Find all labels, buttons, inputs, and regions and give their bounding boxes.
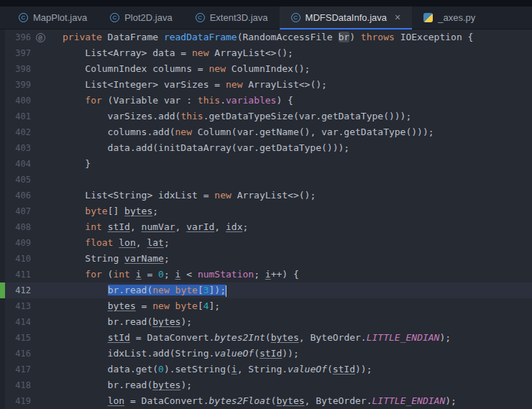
line-number[interactable]: 408 (5, 219, 31, 235)
gutter[interactable]: 396@ (5, 29, 54, 45)
code-line[interactable]: 396@private DataFrame readDataFrame(Rand… (0, 29, 532, 45)
gutter[interactable]: 410 (5, 251, 54, 267)
line-number[interactable]: 400 (5, 93, 31, 109)
line-number[interactable]: 398 (5, 61, 31, 77)
gutter[interactable]: 416 (5, 346, 54, 362)
gutter[interactable]: 413 (5, 298, 54, 314)
gutter[interactable]: 412 (5, 282, 54, 298)
code-line[interactable]: 410 String varName; (0, 251, 532, 267)
line-number[interactable]: 411 (5, 267, 31, 282)
gutter[interactable]: 408 (5, 219, 54, 235)
code-line-text[interactable]: } (54, 156, 91, 172)
code-line-text[interactable]: bytes = new byte[4]; (54, 298, 220, 314)
gutter[interactable]: 414 (5, 314, 54, 330)
gutter[interactable]: 417 (5, 362, 54, 377)
code-line[interactable]: 406 List<String> idxList = new ArrayList… (0, 188, 532, 203)
code-line-text[interactable]: ColumnIndex columns = new ColumnIndex(); (54, 61, 310, 77)
code-line[interactable]: 407 byte[] bytes; (0, 203, 532, 219)
gutter[interactable]: 400 (5, 93, 54, 109)
line-number[interactable]: 412 (5, 282, 31, 298)
line-number[interactable]: 407 (5, 203, 31, 219)
line-number[interactable]: 415 (5, 330, 31, 346)
code-line-text[interactable]: lon = DataConvert.bytes2Float(bytes, Byt… (54, 393, 457, 409)
line-number[interactable]: 403 (5, 140, 31, 156)
gutter[interactable]: 401 (5, 109, 54, 124)
code-line-text[interactable]: br.read(bytes); (54, 377, 192, 393)
gutter[interactable]: 418 (5, 377, 54, 393)
tab--axes-py[interactable]: _axes.py (412, 6, 487, 29)
line-number[interactable]: 406 (5, 188, 31, 203)
code-line[interactable]: 397 List<Array> data = new ArrayList<>()… (0, 45, 532, 61)
gutter[interactable]: 406 (5, 188, 54, 203)
line-number[interactable]: 401 (5, 109, 31, 124)
gutter[interactable]: 404 (5, 156, 54, 172)
code-line[interactable]: 414 br.read(bytes); (0, 314, 532, 330)
gutter[interactable]: 405 (5, 172, 54, 188)
gutter[interactable]: 407 (5, 203, 54, 219)
code-line[interactable]: 409 float lon, lat; (0, 235, 532, 251)
code-line[interactable]: 411 for (int i = 0; i < numStation; i++)… (0, 267, 532, 282)
code-line-text[interactable]: varSizes.add(this.getDataTypeSize(var.ge… (54, 109, 411, 124)
code-line[interactable]: 412 br.read(new byte[3]); (0, 282, 532, 298)
code-line-text[interactable]: data.add(initDataArray(var.getDataType()… (54, 140, 349, 156)
tab-mdfsdatainfo-java[interactable]: CMDFSDataInfo.java× (280, 6, 413, 29)
line-number[interactable]: 405 (5, 172, 31, 188)
code-line-text[interactable]: String varName; (54, 251, 170, 267)
gutter[interactable]: 419 (5, 393, 54, 409)
code-line-text[interactable]: for (int i = 0; i < numStation; i++) { (54, 267, 299, 282)
code-line-text[interactable]: private DataFrame readDataFrame(RandomAc… (54, 29, 473, 45)
code-line-text[interactable]: List<Integer> varSizes = new ArrayList<>… (54, 77, 327, 93)
gutter[interactable]: 397 (5, 45, 54, 61)
line-number[interactable]: 417 (5, 362, 31, 377)
gutter[interactable]: 411 (5, 267, 54, 282)
line-number[interactable]: 419 (5, 393, 31, 409)
gutter[interactable]: 399 (5, 77, 54, 93)
code-line[interactable]: 399 List<Integer> varSizes = new ArrayLi… (0, 77, 532, 93)
code-line-text[interactable]: for (Variable var : this.variables) { (54, 93, 293, 109)
line-number[interactable]: 418 (5, 377, 31, 393)
line-number[interactable]: 413 (5, 298, 31, 314)
code-line-text[interactable]: int stId, numVar, varId, idx; (54, 219, 248, 235)
code-line-text[interactable]: columns.add(new Column(var.getName(), va… (54, 124, 434, 140)
line-number[interactable]: 402 (5, 124, 31, 140)
code-line-text[interactable]: List<String> idxList = new ArrayList<>()… (54, 188, 316, 203)
code-line-text[interactable] (54, 172, 63, 188)
gutter[interactable]: 415 (5, 330, 54, 346)
code-line[interactable]: 419 lon = DataConvert.bytes2Float(bytes,… (0, 393, 532, 409)
code-line[interactable]: 400 for (Variable var : this.variables) … (0, 93, 532, 109)
code-line[interactable]: 401 varSizes.add(this.getDataTypeSize(va… (0, 109, 532, 124)
code-line-text[interactable]: br.read(bytes); (54, 314, 192, 330)
code-editor[interactable]: 396@private DataFrame readDataFrame(Rand… (0, 29, 532, 409)
code-line-text[interactable]: stId = DataConvert.bytes2Int(bytes, Byte… (54, 330, 451, 346)
code-line[interactable]: 405 (0, 172, 532, 188)
tab-extent3d-java[interactable]: CExtent3D.java (184, 6, 280, 29)
line-number[interactable]: 416 (5, 346, 31, 362)
code-line[interactable]: 417 data.get(0).setString(i, String.valu… (0, 362, 532, 377)
annotation-gutter-icon[interactable]: @ (36, 33, 45, 42)
line-number[interactable]: 399 (5, 77, 31, 93)
line-number[interactable]: 410 (5, 251, 31, 267)
gutter[interactable]: 402 (5, 124, 54, 140)
line-number[interactable]: 404 (5, 156, 31, 172)
tab-close-icon[interactable]: × (395, 13, 400, 22)
line-number[interactable]: 397 (5, 45, 31, 61)
code-line-text[interactable]: byte[] bytes; (54, 203, 158, 219)
line-number[interactable]: 409 (5, 235, 31, 251)
code-line-text[interactable]: List<Array> data = new ArrayList<>(); (54, 45, 293, 61)
code-line[interactable]: 418 br.read(bytes); (0, 377, 532, 393)
code-line[interactable]: 415 stId = DataConvert.bytes2Int(bytes, … (0, 330, 532, 346)
gutter[interactable]: 398 (5, 61, 54, 77)
code-line[interactable]: 416 idxList.add(String.valueOf(stId)); (0, 346, 532, 362)
tab-plot2d-java[interactable]: CPlot2D.java (98, 6, 183, 29)
code-line[interactable]: 398 ColumnIndex columns = new ColumnInde… (0, 61, 532, 77)
line-number[interactable]: 414 (5, 314, 31, 330)
code-line[interactable]: 413 bytes = new byte[4]; (0, 298, 532, 314)
gutter[interactable]: 409 (5, 235, 54, 251)
code-line-text[interactable]: data.get(0).setString(i, String.valueOf(… (54, 362, 372, 377)
code-line-text[interactable]: idxList.add(String.valueOf(stId)); (54, 346, 299, 362)
code-line-text[interactable]: br.read(new byte[3]); (54, 282, 226, 298)
line-number[interactable]: 396 (5, 29, 31, 45)
code-line-text[interactable]: float lon, lat; (54, 235, 170, 251)
gutter[interactable]: 403 (5, 140, 54, 156)
code-line[interactable]: 408 int stId, numVar, varId, idx; (0, 219, 532, 235)
